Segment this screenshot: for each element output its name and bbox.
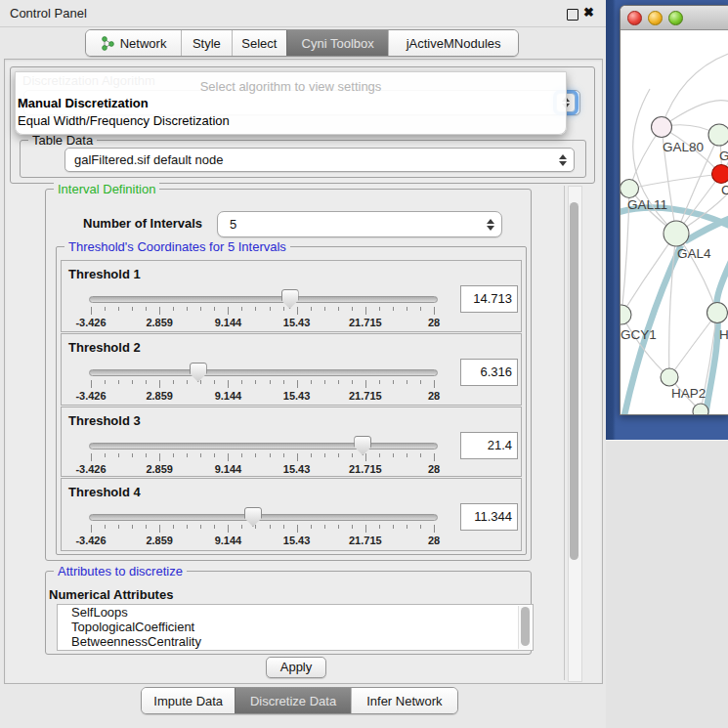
network-edge[interactable] <box>669 313 717 377</box>
attributes-list-scrollbar[interactable] <box>518 606 532 649</box>
network-node[interactable] <box>652 117 672 138</box>
slider-tick <box>283 453 284 457</box>
threshold-3-slider-track[interactable] <box>89 443 438 450</box>
slider-tick <box>324 380 325 384</box>
slider-tick <box>200 307 201 311</box>
slider-tick-label: 28 <box>428 317 440 328</box>
network-node-label: H <box>719 327 728 342</box>
threshold-2-slider-track[interactable] <box>89 369 438 376</box>
threshold-3-value-field[interactable]: 21.4 <box>460 432 518 459</box>
slider-tick <box>324 307 325 311</box>
slider-tick <box>214 307 215 311</box>
float-window-icon[interactable] <box>567 9 578 21</box>
threshold-1-label: Threshold 1 <box>68 267 141 281</box>
slider-tick <box>297 525 298 533</box>
number-of-intervals-combobox[interactable]: 5 <box>217 211 502 237</box>
slider-tick <box>200 525 201 529</box>
slider-tick <box>352 453 353 457</box>
slider-tick <box>283 380 284 384</box>
tab-select[interactable]: Select <box>232 30 287 56</box>
slider-tick-label: 9.144 <box>215 535 242 546</box>
number-of-intervals-label: Number of Intervals <box>83 216 202 231</box>
network-canvas[interactable]: GAL80GACGAL11GAL4GCY1HHAP2 <box>621 30 728 414</box>
threshold-4-slider-thumb[interactable] <box>244 507 262 527</box>
slider-tick <box>214 380 215 384</box>
slider-tick-label: -3.426 <box>75 463 106 475</box>
network-node[interactable] <box>708 124 728 146</box>
tab-style[interactable]: Style <box>181 30 232 56</box>
algorithm-dropdown-popup: Select algorithm to view settings Manual… <box>15 71 567 135</box>
slider-tick <box>146 453 147 457</box>
threshold-1-value-field[interactable]: 14.713 <box>460 285 518 313</box>
slider-tick <box>324 453 325 457</box>
control-panel-tabs: Network Style Select Cyni Toolbox jActiv… <box>85 29 519 57</box>
close-icon[interactable]: ✖ <box>583 5 594 20</box>
tab-cyni-toolbox[interactable]: Cyni Toolbox <box>286 30 388 56</box>
network-node[interactable] <box>712 165 728 184</box>
algorithm-option-equal-width[interactable]: Equal Width/Frequency Discretization <box>18 113 230 128</box>
tab-impute-data[interactable]: Impute Data <box>142 688 235 713</box>
tab-jactivemnodules[interactable]: jActiveMNodules <box>388 30 518 56</box>
apply-button[interactable]: Apply <box>266 657 326 678</box>
slider-tick <box>214 525 215 529</box>
minimize-traffic-light[interactable] <box>648 11 663 25</box>
threshold-4-slider-ticks <box>91 525 434 533</box>
slider-tick <box>270 307 271 311</box>
network-node[interactable] <box>621 305 631 324</box>
network-edge[interactable] <box>706 313 718 414</box>
algorithm-option-manual[interactable]: Manual Discretization <box>18 96 149 110</box>
slider-tick-label: 28 <box>428 390 440 402</box>
network-node[interactable] <box>661 368 678 386</box>
number-of-intervals-stepper-icon[interactable] <box>484 219 497 231</box>
attribute-list-item[interactable]: SelfLoops <box>58 605 533 620</box>
threshold-1-slider-track[interactable] <box>89 296 438 303</box>
network-node[interactable] <box>664 221 689 246</box>
threshold-4-slider-track[interactable] <box>89 514 438 521</box>
attribute-list-item[interactable]: BetweennessCentrality <box>58 634 533 649</box>
slider-tick-label: 28 <box>428 535 440 546</box>
threshold-1-row: Threshold 1 -3.4262.8599.14415.4321.7152… <box>61 260 522 332</box>
slider-tick <box>393 380 394 384</box>
network-node[interactable] <box>707 303 728 323</box>
attributes-list-scrollbar-thumb[interactable] <box>521 607 530 646</box>
table-data-combobox[interactable]: galFiltered.sif default node <box>64 148 575 172</box>
table-data-combobox-stepper-icon[interactable] <box>556 154 570 166</box>
control-panel-titlebar: Control Panel ✖ <box>0 0 606 27</box>
slider-tick <box>118 453 119 457</box>
tab-impute-data-label: Impute Data <box>153 694 223 708</box>
slider-tick-label: 2.859 <box>146 390 173 402</box>
interval-definition-group-label: Interval Definition <box>54 182 159 196</box>
slider-tick <box>187 380 188 384</box>
tab-discretize-data[interactable]: Discretize Data <box>235 688 350 713</box>
tab-infer-network[interactable]: Infer Network <box>351 688 457 713</box>
threshold-4-value-field[interactable]: 11.344 <box>460 503 518 531</box>
network-node-label: GAL11 <box>627 197 667 212</box>
network-node[interactable] <box>693 404 708 414</box>
network-edge[interactable] <box>662 52 728 127</box>
close-traffic-light[interactable] <box>627 11 642 25</box>
slider-tick <box>420 380 421 384</box>
network-node[interactable] <box>621 180 639 198</box>
threshold-3-slider-ticks <box>91 453 434 461</box>
attribute-list-item[interactable]: TopologicalCoefficient <box>58 620 533 634</box>
threshold-2-value-field[interactable]: 6.316 <box>460 359 518 386</box>
slider-tick <box>255 453 256 457</box>
network-edge[interactable] <box>629 174 721 189</box>
threshold-3-slider-tick-labels: -3.4262.8599.14415.4321.71528 <box>91 463 434 475</box>
slider-tick <box>118 525 119 529</box>
threshold-1-slider-thumb[interactable] <box>281 289 299 309</box>
panel-vertical-scrollbar-thumb[interactable] <box>570 202 578 560</box>
slider-tick <box>241 380 242 384</box>
threshold-3-slider-thumb[interactable] <box>354 436 371 455</box>
tab-network[interactable]: Network <box>86 30 181 56</box>
slider-tick <box>311 380 312 384</box>
slider-tick <box>270 453 271 457</box>
slider-tick <box>297 307 298 315</box>
network-edge[interactable] <box>685 217 728 241</box>
slider-tick <box>105 307 106 311</box>
threshold-2-slider-thumb[interactable] <box>190 363 207 382</box>
zoom-traffic-light[interactable] <box>668 11 683 25</box>
slider-tick <box>105 380 106 384</box>
network-window-titlebar[interactable] <box>621 6 728 30</box>
slider-tick <box>241 525 242 529</box>
